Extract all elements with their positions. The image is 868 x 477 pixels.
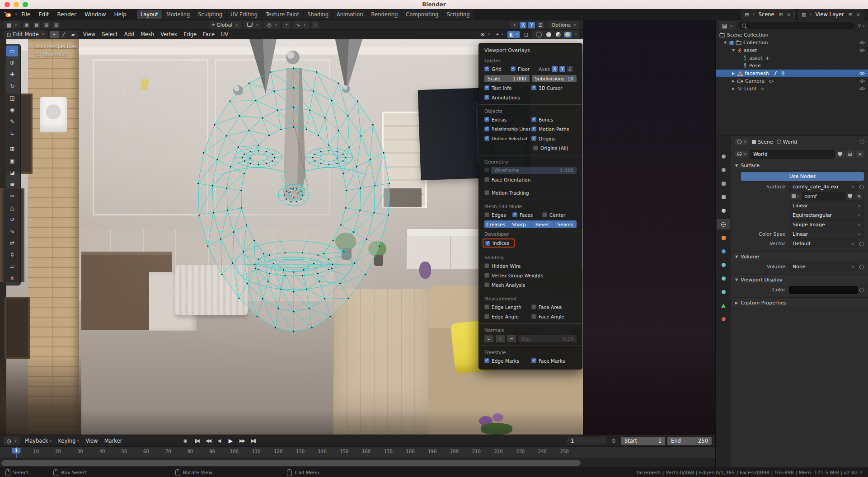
vertex-normals-button[interactable]: ∟ [484,335,493,342]
tool-option-icon[interactable]: ▥ [53,22,60,28]
auto-keyframe-button[interactable]: ◉ [180,437,190,444]
tab-compositing[interactable]: Compositing [402,10,442,19]
show-overlays-dropdown[interactable]: ◐∨ [507,31,520,38]
tab-sculpting[interactable]: Sculpting [194,10,226,19]
expand-icon[interactable]: ▶ [731,79,736,83]
image-name-field[interactable]: comf [802,192,846,200]
mode-selector[interactable]: ◳ Edit Mode ∨ [4,30,47,39]
timeline-menu-keying[interactable]: Keying∨ [55,437,83,444]
blender-logo-icon[interactable] [4,12,12,18]
split-normals-button[interactable]: ⊥ [496,335,505,342]
grid-subdivisions-field[interactable]: Subdivisions10 [532,75,577,82]
outline-selected-checkbox[interactable] [484,136,489,141]
overlay-face-orientation[interactable]: Face Orientation [484,177,530,182]
timeline-scrollbar[interactable] [0,458,715,468]
animate-dot-icon[interactable] [859,185,864,189]
overlay-face-angle[interactable]: Face Angle [531,314,564,319]
edges-checkbox[interactable] [484,212,489,217]
solid-shading-button[interactable] [545,32,553,37]
vector-dropdown[interactable]: Default∨ [789,239,858,248]
overlay-extras[interactable]: Extras [484,117,530,122]
viewport-menu-mesh[interactable]: Mesh [137,31,157,38]
next-keyframe-button[interactable]: ▶▶ [237,437,247,444]
sharp-toggle[interactable]: Sharp [507,220,530,228]
wireframe-slider[interactable]: Wireframe1.000 [491,167,577,174]
overlay-floor[interactable]: Floor [511,66,537,72]
axis-x-toggle[interactable]: X [520,22,526,28]
overlay-axis-z-toggle[interactable]: Z [567,66,573,72]
breadcrumb-scene[interactable]: Scene [752,139,773,145]
tab-rendering[interactable]: Rendering [368,10,402,19]
new-world-button[interactable]: ⊞ [846,150,854,158]
tab-animation[interactable]: Animation [333,10,367,19]
world-name-field[interactable]: World [750,150,834,159]
overlay-edge-angle[interactable]: Edge Angle [484,314,530,319]
gizmo-icon[interactable]: ⌖ [511,22,518,28]
unlink-world-button[interactable]: × [856,150,864,158]
overlay-annotations[interactable]: Annotations [484,95,520,100]
previous-keyframe-button[interactable]: ◀◀ [203,437,213,444]
animate-dot-icon[interactable] [859,242,864,246]
tool-cursor[interactable]: ⊕ [6,57,18,68]
tool-shear[interactable]: ▱ [6,261,18,272]
indices-checkbox[interactable] [485,241,490,246]
pin-icon[interactable] [860,140,864,144]
browse-world-button[interactable]: ∨ [735,151,748,157]
animate-dot-icon[interactable] [859,265,864,269]
add-view-layer-button[interactable]: ⊞ [848,12,854,18]
use-preview-range-icon[interactable]: ◷ [609,437,619,444]
faces-checkbox[interactable] [512,212,517,217]
outliner-row-asset[interactable]: ▼ asset [716,47,868,54]
tool-bevel[interactable]: ◪ [6,167,18,178]
relationship-lines-checkbox[interactable] [484,126,489,131]
overlay-motion-paths[interactable]: Motion Paths [531,126,569,132]
overlay-indices[interactable]: Indices [485,240,509,246]
eye-icon[interactable] [859,87,865,91]
tool-poly-build[interactable]: △ [6,202,18,213]
tab-layout[interactable]: Layout [137,10,162,19]
outliner-row-facemesh[interactable]: ▶ facemesh [716,70,868,77]
expand-icon[interactable]: ▶ [731,71,736,75]
overlay-face-area[interactable]: Face Area [531,304,562,310]
outliner-row-collection[interactable]: ▼ Collection [716,39,868,47]
eye-icon[interactable] [859,79,865,83]
viewport-3d[interactable]: User Perspective (1) facemesh ▭⊕✚↻◲◉✎∟⊞▣… [0,39,583,435]
tool-annotate[interactable]: ✎ [6,116,18,127]
face-normals-button[interactable]: ⌐ [507,335,516,342]
surface-shader-dropdown[interactable]: comfy_cafe_4k.exr∨ [789,182,858,191]
properties-tab-object[interactable] [717,233,730,243]
face-marks-checkbox[interactable] [531,358,536,363]
interpolation-dropdown[interactable]: Linear∨ [789,201,864,210]
bones-checkbox[interactable] [531,117,536,122]
properties-tab-view-layer[interactable] [717,192,730,202]
properties-tab-output[interactable] [717,178,730,189]
properties-tab-render[interactable] [717,165,730,175]
tool-option-icon[interactable]: ▣ [23,22,30,28]
motion-paths-checkbox[interactable] [531,126,536,131]
transform-orientation-dropdown[interactable]: ⌖ Global ∨ [209,21,241,29]
face-select-mode-button[interactable]: ▰ [69,31,78,38]
tab-modeling[interactable]: Modeling [163,10,193,19]
extras-checkbox[interactable] [484,117,489,122]
scene-selector[interactable]: ▤ ∨ Scene ⊞ × [741,9,795,19]
overlay-axis-x-toggle[interactable]: X [552,66,558,72]
breadcrumb-world[interactable]: World [777,139,798,145]
timeline-ruler[interactable]: 1 10203040506070809010011012013014015016… [0,447,715,458]
source-dropdown[interactable]: Single Image∨ [789,220,864,229]
face-angle-checkbox[interactable] [531,314,536,319]
viewport-menu-uv[interactable]: UV [218,31,231,38]
overlay-faces[interactable]: Faces [512,212,540,218]
eye-icon[interactable] [859,48,865,52]
outliner-row-light[interactable]: ▶ Light [716,85,868,93]
motion-tracking-checkbox[interactable] [484,190,489,195]
properties-tab-object-data[interactable] [717,300,730,311]
viewport-menu-select[interactable]: Select [99,31,121,38]
axis-z-toggle[interactable]: Z [537,22,544,28]
tool-option-icon[interactable]: ▤ [43,22,50,28]
outliner-row-pose[interactable]: Pose [716,62,868,70]
properties-tab-physics[interactable] [717,273,730,284]
properties-tab-particles[interactable] [717,260,730,270]
fake-user-button[interactable] [836,151,845,158]
vertex-select-mode-button[interactable]: • [50,31,59,38]
tool-inset-faces[interactable]: ▣ [6,155,18,166]
